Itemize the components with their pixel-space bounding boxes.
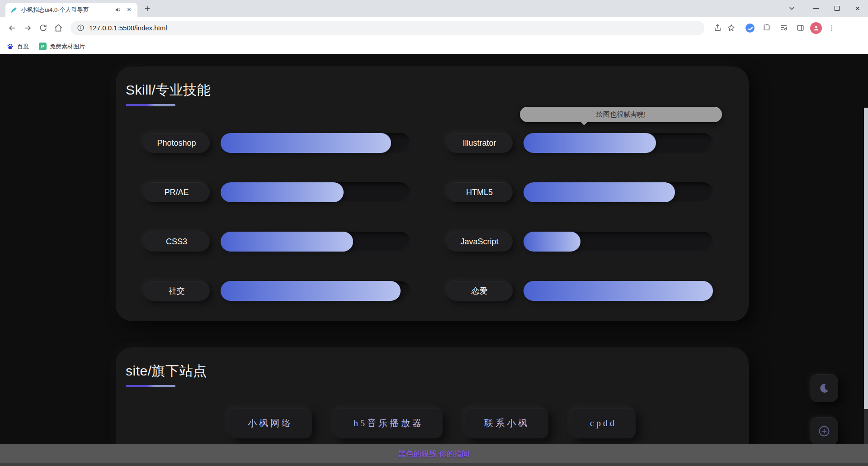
site-favicon-icon: [10, 6, 18, 14]
bookmark-baidu[interactable]: 百度: [6, 43, 29, 51]
share-icon[interactable]: [711, 21, 724, 35]
site-link-button[interactable]: h5音乐播放器: [335, 408, 443, 438]
lyric-footer: 黑色的眼线 你的指间: [0, 444, 868, 466]
skill-label: 恋爱: [446, 281, 513, 301]
skill-progress-track: [221, 182, 410, 202]
skill-label: PR/AE: [143, 182, 210, 202]
skill-row: Illustrator绘图也很腻害噢!: [446, 133, 713, 153]
skill-section-card: Skill/专业技能 PhotoshopPR/AECSS3社交 Illustra…: [116, 67, 749, 321]
skill-progress-track: [221, 232, 410, 252]
theme-toggle-moon-icon[interactable]: [810, 374, 838, 402]
site-link-button[interactable]: 联系小枫: [465, 408, 548, 438]
scrollbar-track[interactable]: [864, 108, 868, 444]
tab-active[interactable]: 小枫拟态ui4.0-个人引导页 ×: [5, 3, 137, 17]
title-underline: [126, 385, 175, 387]
skill-label: HTML5: [446, 182, 513, 202]
skill-column-right: Illustrator绘图也很腻害噢!HTML5JavaScript恋爱: [446, 133, 713, 330]
url-text[interactable]: 127.0.0.1:5500/index.html: [89, 24, 167, 32]
tab-search-chevron-icon[interactable]: [784, 0, 799, 17]
skill-row: 恋爱: [446, 281, 713, 301]
skill-progress-fill: [524, 133, 656, 153]
skill-column-left: PhotoshopPR/AECSS3社交: [143, 133, 410, 330]
home-icon[interactable]: [51, 20, 66, 36]
skill-label: CSS3: [143, 232, 210, 252]
side-panel-icon[interactable]: [793, 21, 807, 35]
scrollbar-thumb[interactable]: [864, 108, 868, 409]
title-underline: [126, 104, 175, 106]
address-bar[interactable]: 127.0.0.1:5500/index.html: [71, 21, 704, 35]
skill-progress-track: [524, 281, 713, 301]
skill-progress-track: 绘图也很腻害噢!: [524, 133, 713, 153]
skill-row: JavaScript: [446, 232, 713, 252]
reload-icon[interactable]: [35, 20, 51, 36]
green-p-icon: P: [39, 43, 47, 50]
add-circle-icon[interactable]: [810, 417, 838, 445]
bookmarks-bar: 百度 P 免费素材图片: [0, 39, 868, 54]
new-tab-button[interactable]: +: [141, 3, 154, 15]
site-section-title: site/旗下站点: [126, 362, 749, 380]
bookmark-label: 免费素材图片: [50, 43, 85, 51]
toolbar-extensions: [743, 21, 839, 35]
puzzle-icon[interactable]: [760, 21, 774, 35]
web-page: Skill/专业技能 PhotoshopPR/AECSS3社交 Illustra…: [0, 54, 868, 466]
skill-row: CSS3: [143, 232, 410, 252]
skill-progress-fill: [221, 133, 391, 153]
window-controls: ×: [784, 0, 868, 17]
skill-progress-fill: [221, 182, 344, 202]
skill-progress-fill: [524, 182, 675, 202]
minimize-button[interactable]: [806, 0, 826, 17]
info-icon[interactable]: [77, 24, 85, 32]
skill-row: PR/AE: [143, 182, 410, 202]
site-link-button[interactable]: 小枫网络: [229, 408, 312, 438]
browser-toolbar: 127.0.0.1:5500/index.html: [0, 17, 868, 39]
close-window-button[interactable]: ×: [847, 0, 868, 17]
audio-icon[interactable]: [115, 6, 122, 13]
skill-section-title: Skill/专业技能: [126, 81, 749, 100]
skill-row: HTML5: [446, 182, 713, 202]
site-link-button[interactable]: cpdd: [571, 408, 636, 438]
site-links-row: 小枫网络h5音乐播放器联系小枫cpdd: [116, 408, 749, 438]
skill-progress-fill: [221, 281, 401, 301]
maximize-button[interactable]: [826, 0, 847, 17]
skill-progress-fill: [524, 232, 580, 252]
tooltip-arrow-icon: [580, 122, 588, 125]
skill-progress-track: [221, 133, 410, 153]
lyric-text: 黑色的眼线 你的指间: [398, 449, 470, 459]
menu-dots-icon[interactable]: [825, 21, 839, 35]
skill-progress-track: [524, 182, 713, 202]
skill-progress-track: [221, 281, 410, 301]
skill-progress-fill: [221, 232, 353, 252]
skill-row: Photoshop: [143, 133, 410, 153]
profile-avatar[interactable]: [810, 22, 822, 34]
skill-label: Illustrator: [446, 133, 513, 153]
tab-title: 小枫拟态ui4.0-个人引导页: [21, 6, 111, 14]
skill-label: JavaScript: [446, 232, 513, 252]
extension-circle-icon[interactable]: [743, 21, 757, 35]
bookmark-material[interactable]: P 免费素材图片: [39, 43, 85, 51]
skill-label: 社交: [143, 281, 210, 301]
skill-progress-fill: [524, 281, 713, 301]
skill-tooltip: 绘图也很腻害噢!: [520, 107, 722, 122]
skill-label: Photoshop: [143, 133, 210, 153]
skill-row: 社交: [143, 281, 410, 301]
bookmark-label: 百度: [17, 43, 29, 51]
browser-window: { "theme": { "bar-start": "#4b63d2", "ba…: [0, 0, 868, 466]
baidu-paw-icon: [6, 43, 14, 50]
back-icon[interactable]: [5, 20, 20, 36]
star-icon[interactable]: [724, 21, 738, 35]
skill-progress-track: [524, 232, 713, 252]
close-tab-icon[interactable]: ×: [125, 6, 133, 14]
media-control-icon[interactable]: [777, 21, 790, 35]
forward-icon[interactable]: [20, 20, 35, 36]
tab-strip: 小枫拟态ui4.0-个人引导页 × + ×: [0, 0, 868, 17]
